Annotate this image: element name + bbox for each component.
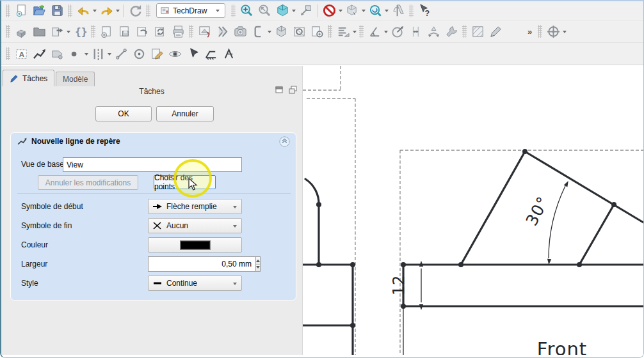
chevron-down-icon[interactable] <box>563 31 567 35</box>
chevron-down-icon[interactable] <box>67 31 70 35</box>
chevron-down-icon[interactable] <box>362 10 366 14</box>
techdraw-page[interactable]: 1230°Front <box>303 66 643 355</box>
print-page-button[interactable] <box>169 23 187 40</box>
radius-dimension-button[interactable] <box>389 23 407 40</box>
vertex-dot[interactable] <box>401 262 406 267</box>
cosmetic-pencil-button[interactable] <box>487 23 504 40</box>
toolbar-grip[interactable] <box>359 25 364 38</box>
show-hide-button[interactable] <box>166 45 184 62</box>
leader-line-button[interactable] <box>30 45 48 62</box>
spin-down-icon[interactable] <box>256 264 260 272</box>
stop-rendering-button[interactable] <box>320 3 338 19</box>
chevron-down-icon[interactable] <box>85 53 88 58</box>
edge[interactable] <box>461 152 525 265</box>
vertex-dot[interactable] <box>316 202 321 207</box>
chevron-down-icon[interactable] <box>385 10 389 14</box>
discard-changes-button[interactable]: Annuler les modifications <box>38 175 138 190</box>
new-document-button[interactable] <box>12 3 30 19</box>
line-attributes-button[interactable] <box>334 23 352 40</box>
vertex-dot[interactable] <box>458 262 463 267</box>
vertex-dot[interactable] <box>350 323 355 328</box>
chevron-down-icon[interactable] <box>339 10 342 14</box>
selection-view-button[interactable] <box>343 3 361 19</box>
complex-section-button[interactable] <box>272 23 290 40</box>
toolbar-grip[interactable] <box>409 4 414 17</box>
chevron-down-icon[interactable] <box>384 31 388 35</box>
toolbar-grip[interactable] <box>6 25 10 38</box>
toolbar-grip[interactable] <box>538 25 542 38</box>
collapse-section-icon[interactable] <box>279 136 290 147</box>
repair-dimension-button[interactable] <box>442 23 460 40</box>
cancel-button[interactable]: Annuler <box>156 106 214 121</box>
dimension-label[interactable]: 12 <box>390 275 408 296</box>
hatch-button[interactable] <box>469 23 487 40</box>
undo-button[interactable] <box>74 3 92 19</box>
edge[interactable] <box>579 205 614 265</box>
refresh-button[interactable] <box>126 3 144 19</box>
zoom-selection-button[interactable] <box>255 3 273 19</box>
vertex-dot[interactable] <box>522 149 527 154</box>
center-mark-button[interactable] <box>130 45 148 62</box>
toolbar-grip[interactable] <box>328 25 332 38</box>
redo-button[interactable] <box>97 3 115 19</box>
vertex-dot[interactable] <box>577 262 582 267</box>
dimension-line[interactable] <box>549 186 565 258</box>
cosmetic-line-button[interactable] <box>112 45 130 62</box>
annotation-button[interactable]: A <box>12 45 30 62</box>
width-spinbox[interactable] <box>148 256 242 272</box>
base-view-input[interactable] <box>63 157 242 172</box>
group-folder-button[interactable] <box>30 23 48 40</box>
toolbar-grip[interactable] <box>231 4 236 17</box>
detail-view-button[interactable] <box>308 23 326 40</box>
isometric-view-button[interactable] <box>273 3 291 19</box>
active-view-button[interactable] <box>231 23 249 40</box>
chevron-down-icon[interactable] <box>116 10 120 14</box>
color-button[interactable] <box>148 237 242 253</box>
centerline-button[interactable] <box>89 45 107 62</box>
projection-group-button[interactable] <box>213 23 231 40</box>
collapse-panel-icon[interactable] <box>275 86 284 94</box>
dimension-label[interactable]: 30° <box>522 193 553 228</box>
start-symbol-combo[interactable]: Flèche remplie <box>148 199 242 214</box>
angle-dimension-button[interactable] <box>366 23 383 40</box>
chevron-down-icon[interactable] <box>268 31 271 35</box>
style-combo[interactable]: Continue <box>148 276 242 291</box>
save-document-button[interactable] <box>48 3 66 19</box>
clip-group-button[interactable] <box>290 23 308 40</box>
edge[interactable] <box>305 179 319 205</box>
toolbar-grip[interactable] <box>189 25 193 38</box>
toolbar-grip[interactable] <box>6 47 10 60</box>
chevron-down-icon[interactable] <box>108 53 111 58</box>
toolbar-grip[interactable] <box>91 25 95 38</box>
end-symbol-combo[interactable]: Aucun <box>148 218 242 233</box>
surface-finish-button[interactable] <box>220 45 237 62</box>
chevron-down-icon[interactable] <box>93 10 97 14</box>
vertex-dot[interactable] <box>350 262 355 267</box>
toolbar-grip[interactable] <box>146 4 150 17</box>
redraw-page-button[interactable] <box>133 23 151 40</box>
insert-page-button[interactable] <box>97 23 115 40</box>
toolbar-grip[interactable] <box>462 25 467 38</box>
extent-dimension-button[interactable] <box>424 23 442 40</box>
cosmetic-vertex-button[interactable] <box>66 45 84 62</box>
vertex-dot[interactable] <box>316 262 321 267</box>
open-document-button[interactable] <box>30 3 48 19</box>
part-workbench-button[interactable] <box>12 23 30 40</box>
export-button[interactable] <box>48 23 66 40</box>
fit-all-button[interactable] <box>237 3 255 19</box>
chevron-down-icon[interactable] <box>353 31 357 35</box>
select-cursor-button[interactable] <box>184 45 202 62</box>
insert-view-button[interactable] <box>195 23 213 40</box>
macro-braces-button[interactable]: {} <box>71 23 89 40</box>
weld-symbol-button[interactable] <box>202 45 220 62</box>
vertex-dot[interactable] <box>611 202 616 207</box>
workbench-selector[interactable]: TechDraw <box>156 3 225 18</box>
linear-dimension-button[interactable] <box>407 23 424 40</box>
axis-target-button[interactable] <box>544 23 562 40</box>
spin-up-icon[interactable] <box>256 257 260 264</box>
drawing-viewport[interactable]: 1230°Front <box>302 66 643 355</box>
section-view-button[interactable] <box>249 23 267 40</box>
toolbar-grip[interactable] <box>68 4 72 17</box>
tab-modele[interactable]: Modèle <box>56 72 95 86</box>
ok-button[interactable]: OK <box>95 106 152 121</box>
